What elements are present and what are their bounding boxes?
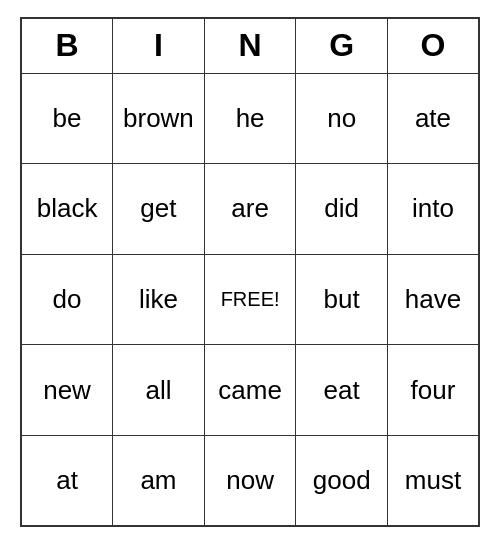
bingo-row: bebrownhenoate [21,73,479,164]
bingo-cell: get [113,164,205,255]
bingo-cell: good [296,435,388,526]
bingo-cell: brown [113,73,205,164]
bingo-cell: new [21,345,113,436]
bingo-cell: do [21,254,113,345]
bingo-card: BINGO bebrownhenoateblackgetaredidintodo… [20,17,480,527]
bingo-header-cell: I [113,18,205,73]
bingo-cell: into [387,164,479,255]
bingo-header-cell: N [204,18,296,73]
bingo-cell: must [387,435,479,526]
bingo-cell: no [296,73,388,164]
bingo-row: dolikeFREE!buthave [21,254,479,345]
bingo-cell: eat [296,345,388,436]
bingo-header-cell: O [387,18,479,73]
bingo-cell: FREE! [204,254,296,345]
bingo-cell: like [113,254,205,345]
bingo-row: blackgetaredidinto [21,164,479,255]
bingo-cell: all [113,345,205,436]
bingo-cell: now [204,435,296,526]
bingo-cell: at [21,435,113,526]
bingo-header-cell: B [21,18,113,73]
bingo-cell: be [21,73,113,164]
bingo-row: atamnowgoodmust [21,435,479,526]
bingo-cell: black [21,164,113,255]
bingo-cell: but [296,254,388,345]
bingo-cell: are [204,164,296,255]
bingo-row: newallcameeatfour [21,345,479,436]
bingo-cell: he [204,73,296,164]
bingo-cell: four [387,345,479,436]
bingo-cell: came [204,345,296,436]
bingo-cell: am [113,435,205,526]
bingo-header-cell: G [296,18,388,73]
bingo-cell: ate [387,73,479,164]
bingo-cell: have [387,254,479,345]
bingo-header-row: BINGO [21,18,479,73]
bingo-cell: did [296,164,388,255]
